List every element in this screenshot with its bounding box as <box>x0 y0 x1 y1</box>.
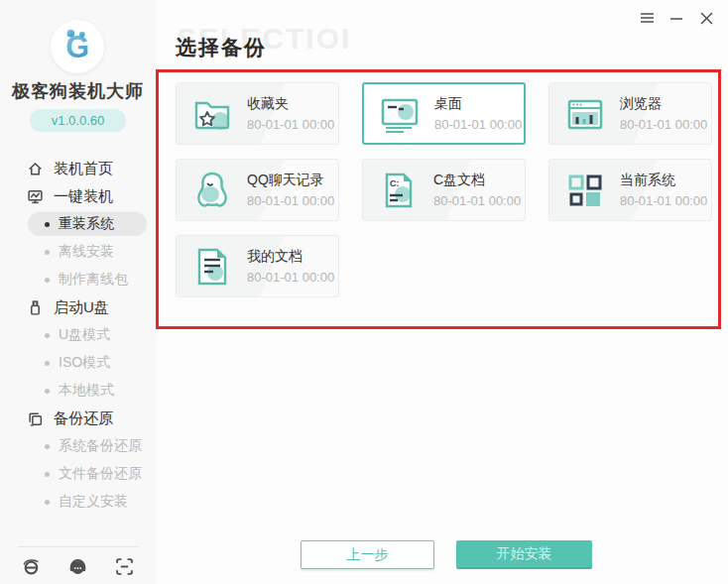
sidebar-item-iso-mode[interactable]: ISO模式 <box>0 349 156 377</box>
bullet-icon <box>45 333 50 338</box>
backup-card-browser[interactable]: 浏览器 80-01-01 00:00 <box>548 82 712 145</box>
sidebar-item-make-offline-pack[interactable]: 制作离线包 <box>0 266 156 293</box>
bullet-icon <box>45 444 50 449</box>
app-title: 极客狗装机大师 <box>0 79 156 103</box>
sidebar-item-label: 本地模式 <box>59 382 114 400</box>
sidebar-item-usb-mode[interactable]: U盘模式 <box>0 321 156 349</box>
sidebar-item-label: U盘模式 <box>59 326 110 344</box>
backup-timestamp: 80-01-01 00:00 <box>433 193 521 208</box>
sidebar-item-label: 离线安装 <box>59 243 114 261</box>
sidebar-item-label: 文件备份还原 <box>59 465 142 483</box>
backup-card-c-drive-docs[interactable]: C: C盘文档 80-01-01 00:00 <box>362 159 526 221</box>
backup-name: 桌面 <box>434 95 522 113</box>
backup-card-my-documents[interactable]: 我的文档 80-01-01 00:00 <box>176 235 339 297</box>
desktop-icon <box>378 92 422 136</box>
sidebar-item-custom-install[interactable]: 自定义安装 <box>0 488 156 516</box>
bullet-icon <box>45 361 50 366</box>
bullet-icon <box>45 472 50 477</box>
previous-step-button[interactable]: 上一步 <box>301 540 434 569</box>
sidebar-item-label: 启动U盘 <box>54 298 109 317</box>
backup-card-desktop[interactable]: 桌面 80-01-01 00:00 <box>362 82 526 145</box>
sidebar-item-home[interactable]: 装机首页 <box>0 155 156 182</box>
sidebar-item-label: 一键装机 <box>54 187 113 206</box>
browser-icon <box>563 92 607 136</box>
system-grid-icon <box>563 169 607 212</box>
backup-name: 浏览器 <box>620 95 707 113</box>
sidebar-item-boot-usb[interactable]: 启动U盘 <box>0 293 156 321</box>
bullet-icon <box>45 278 50 283</box>
sidebar-item-one-key-install[interactable]: 一键装机 <box>0 182 156 210</box>
my-docs-icon <box>190 245 234 289</box>
backup-card-favorites[interactable]: 收藏夹 80-01-01 00:00 <box>176 82 339 145</box>
sidebar-nav: 装机首页 一键装机 重装系统 离线安装 制作离线包 <box>0 155 156 516</box>
sidebar-item-system-backup-restore[interactable]: 系统备份还原 <box>0 432 156 460</box>
menu-icon[interactable] <box>637 8 657 28</box>
sidebar-item-backup-restore[interactable]: 备份还原 <box>0 405 156 432</box>
sidebar-item-label: 系统备份还原 <box>59 437 142 455</box>
sidebar-item-offline-install[interactable]: 离线安装 <box>0 238 156 266</box>
page-title: 选择备份 <box>176 34 267 61</box>
backup-timestamp: 80-01-01 00:00 <box>247 117 334 132</box>
sidebar-item-local-mode[interactable]: 本地模式 <box>0 377 156 405</box>
bullet-icon <box>45 222 50 227</box>
sidebar-item-label: 重装系统 <box>59 215 114 233</box>
home-icon <box>27 161 44 177</box>
backup-timestamp: 80-01-01 00:00 <box>434 117 522 132</box>
sidebar-item-label: ISO模式 <box>59 354 110 372</box>
qq-icon <box>190 169 234 212</box>
start-install-button[interactable]: 开始安装 <box>456 540 592 569</box>
backup-name: 收藏夹 <box>247 95 334 113</box>
bullet-icon <box>45 500 50 505</box>
c-drive-doc-icon: C: <box>377 169 421 212</box>
sidebar-item-reinstall-system[interactable]: 重装系统 <box>0 210 156 238</box>
sidebar-footer-divider <box>18 546 139 547</box>
sidebar-item-label: 自定义安装 <box>59 493 128 511</box>
backup-timestamp: 80-01-01 00:00 <box>620 117 707 132</box>
bullet-icon <box>45 250 50 255</box>
sidebar-item-label: 装机首页 <box>54 160 113 178</box>
backup-name: C盘文档 <box>433 172 521 189</box>
minimize-icon[interactable] <box>667 8 686 28</box>
folder-star-icon <box>190 92 234 136</box>
sidebar-footer <box>0 557 156 576</box>
sidebar: G 极客狗装机大师 v1.0.0.60 装机首页 一键装机 <box>0 0 156 584</box>
backup-timestamp: 80-01-01 00:00 <box>247 193 334 208</box>
sidebar-item-file-backup-restore[interactable]: 文件备份还原 <box>0 460 156 488</box>
close-icon[interactable] <box>696 8 716 28</box>
sidebar-item-label: 制作离线包 <box>59 271 128 289</box>
svg-text:C:: C: <box>390 178 400 188</box>
sidebar-item-label: 备份还原 <box>54 409 113 428</box>
usb-icon <box>27 299 44 316</box>
backup-timestamp: 80-01-01 00:00 <box>247 270 334 285</box>
window-controls <box>637 8 716 28</box>
app-window: G 极客狗装机大师 v1.0.0.60 装机首页 一键装机 <box>0 0 728 584</box>
customer-service-icon[interactable] <box>68 557 87 576</box>
backup-timestamp: 80-01-01 00:00 <box>620 193 707 208</box>
backup-name: QQ聊天记录 <box>247 172 334 189</box>
dog-g-logo-icon: G <box>57 26 98 67</box>
monitor-icon <box>27 188 44 205</box>
ie-browser-icon[interactable] <box>22 557 41 576</box>
app-logo: G <box>51 20 104 73</box>
scan-icon[interactable] <box>115 557 134 576</box>
version-badge: v1.0.0.60 <box>30 109 126 132</box>
restore-icon <box>27 410 44 427</box>
backup-card-qq-chat[interactable]: QQ聊天记录 80-01-01 00:00 <box>176 159 339 221</box>
backup-name: 我的文档 <box>247 248 334 266</box>
backup-cards-grid: 收藏夹 80-01-01 00:00 桌面 80-01-01 00:00 <box>176 82 712 297</box>
backup-card-current-system[interactable]: 当前系统 80-01-01 00:00 <box>548 159 712 221</box>
backup-name: 当前系统 <box>620 172 707 189</box>
bullet-icon <box>45 389 50 394</box>
